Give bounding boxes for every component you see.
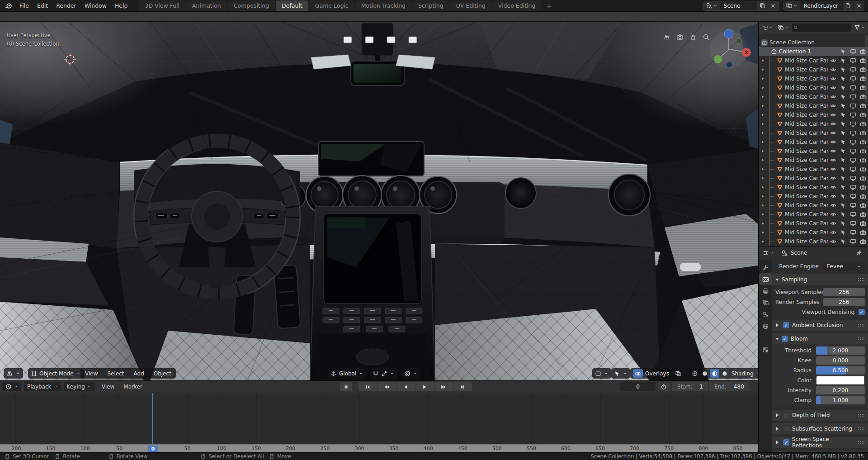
proportional-editing[interactable] xyxy=(401,368,420,379)
workspace-tab-game-logic[interactable]: Game Logic xyxy=(309,0,354,11)
hide-in-viewport-toggle[interactable] xyxy=(828,166,838,172)
add-workspace-button[interactable]: + xyxy=(542,0,556,11)
outliner-search-input[interactable] xyxy=(800,24,849,31)
camera-view-icon[interactable] xyxy=(676,33,684,41)
properties-tab-view-layer[interactable] xyxy=(759,297,772,308)
hide-in-viewport-toggle[interactable] xyxy=(828,112,838,118)
disable-in-renders-toggle[interactable] xyxy=(858,130,868,136)
panel-checkbox[interactable]: ✓ xyxy=(782,336,788,342)
view-layer-remove-button[interactable] xyxy=(853,1,864,10)
value-slider[interactable]: 2.000 xyxy=(816,346,865,355)
selectable-toggle[interactable] xyxy=(838,202,848,209)
hide-in-viewport-toggle[interactable] xyxy=(828,229,838,236)
hide-in-viewport-toggle[interactable] xyxy=(828,193,838,199)
outliner-row[interactable]: Mid Size Car Part.02 xyxy=(759,174,868,183)
properties-tab-world[interactable] xyxy=(759,320,772,332)
disable-in-renders-toggle[interactable] xyxy=(858,193,868,199)
workspace-tab-video-editing[interactable]: Video Editing xyxy=(492,0,542,11)
panel-checkbox[interactable]: ✓ xyxy=(783,322,789,328)
selectable-toggle[interactable] xyxy=(838,112,848,118)
hide-in-viewport-toggle[interactable] xyxy=(828,57,838,64)
selectable-toggle[interactable] xyxy=(838,238,848,245)
gizmo-dropdown[interactable] xyxy=(611,368,630,379)
hide-in-viewport-toggle[interactable] xyxy=(828,139,838,145)
outliner-row[interactable]: Mid Size Car Part.01 xyxy=(759,128,868,138)
disclosure-triangle-icon[interactable] xyxy=(762,231,765,234)
disable-in-viewports-toggle[interactable] xyxy=(848,193,858,199)
disclosure-triangle-icon[interactable] xyxy=(762,186,765,189)
panel-disclosure-icon[interactable] xyxy=(776,323,780,327)
jump-to-start-button[interactable] xyxy=(359,382,377,391)
timeline-menu-marker[interactable]: Marker xyxy=(119,382,146,391)
selectable-toggle[interactable] xyxy=(838,220,848,227)
selectable-toggle[interactable] xyxy=(838,157,848,163)
disclosure-triangle-icon[interactable] xyxy=(762,59,765,62)
disable-in-viewports-toggle[interactable] xyxy=(848,121,858,127)
disable-in-viewports-toggle[interactable] xyxy=(848,112,858,118)
hide-in-viewport-toggle[interactable] xyxy=(828,76,838,82)
outliner-editor-type-button[interactable] xyxy=(761,24,774,31)
current-frame-indicator[interactable]: 0 xyxy=(148,446,158,452)
scene-icon[interactable] xyxy=(704,1,720,10)
outliner-display-mode-button[interactable] xyxy=(776,24,790,31)
shading-material-preview-button[interactable] xyxy=(710,369,719,378)
outliner-search[interactable] xyxy=(792,24,851,32)
overlays-toggle[interactable] xyxy=(633,369,643,378)
viewport-menu-object[interactable]: Object xyxy=(150,370,175,377)
keying-menu[interactable]: Keying xyxy=(64,382,94,391)
selectable-toggle[interactable] xyxy=(838,184,848,190)
panel-header-ambient-occlusion[interactable]: ✓Ambient Occlusion xyxy=(772,320,868,331)
outliner-row[interactable]: Collection 1 xyxy=(759,47,868,56)
selectable-toggle[interactable] xyxy=(838,57,848,64)
disclosure-triangle-icon[interactable] xyxy=(762,141,765,143)
disclosure-triangle-icon[interactable] xyxy=(762,213,765,216)
playhead-line[interactable] xyxy=(152,393,153,444)
play-reverse-button[interactable] xyxy=(396,382,415,391)
hide-in-viewport-toggle[interactable] xyxy=(828,184,838,190)
disclosure-triangle-icon[interactable] xyxy=(762,132,765,134)
mode-selector[interactable]: Object Mode xyxy=(28,368,84,379)
shading-label[interactable]: Shading xyxy=(731,370,754,377)
zoom-icon[interactable] xyxy=(702,33,710,41)
viewport-denoising-checkbox[interactable]: ✓ xyxy=(859,309,865,315)
selectable-toggle[interactable] xyxy=(838,148,848,154)
outliner-row[interactable]: Scene Collection xyxy=(759,38,868,47)
selectable-toggle[interactable] xyxy=(838,121,848,127)
disable-in-renders-toggle[interactable] xyxy=(858,148,868,154)
menubar-item-window[interactable]: Window xyxy=(80,0,111,11)
color-swatch[interactable] xyxy=(816,376,865,385)
properties-editor-type-button[interactable] xyxy=(761,250,775,256)
value-slider[interactable]: 6.500 xyxy=(816,366,865,375)
scene-unlink-button[interactable] xyxy=(768,1,778,10)
jump-to-end-button[interactable] xyxy=(453,382,472,391)
disclosure-triangle-icon[interactable] xyxy=(762,222,765,225)
panel-disclosure-icon[interactable] xyxy=(776,413,780,417)
timeline-ruler[interactable]: -200-150-100-500501001502002503003504004… xyxy=(0,444,758,453)
scene-name[interactable]: Scene xyxy=(720,3,757,9)
disable-in-viewports-toggle[interactable] xyxy=(848,211,858,218)
disclosure-triangle-icon[interactable] xyxy=(762,123,765,125)
disclosure-triangle-icon[interactable] xyxy=(762,77,765,80)
render-engine-dropdown[interactable]: Eevee xyxy=(823,262,865,271)
outliner-row[interactable]: Mid Size Car Part.00 xyxy=(759,65,868,74)
visibility-dropdown[interactable] xyxy=(592,368,611,379)
outliner-row[interactable]: Mid Size Car Part.01 xyxy=(759,110,868,119)
properties-tab-output[interactable] xyxy=(759,285,772,297)
outliner-row[interactable]: Mid Size Car Part.02 xyxy=(759,156,868,165)
hide-in-viewport-toggle[interactable] xyxy=(828,103,838,109)
workspace-tab-default[interactable]: Default xyxy=(276,0,308,11)
disable-in-renders-toggle[interactable] xyxy=(858,112,868,118)
disclosure-triangle-icon[interactable] xyxy=(762,168,765,171)
outliner-row[interactable]: Mid Size Car Part.03 xyxy=(759,210,868,219)
scene-selector[interactable]: Scene xyxy=(703,1,779,11)
panel-checkbox[interactable]: ✓ xyxy=(783,439,789,446)
selectable-toggle[interactable] xyxy=(838,66,848,73)
disable-in-renders-toggle[interactable] xyxy=(858,166,868,172)
outliner-row[interactable]: Mid Size Car Part.01 xyxy=(759,101,868,110)
snapping-controls[interactable] xyxy=(370,368,397,379)
disable-in-viewports-toggle[interactable] xyxy=(848,202,858,209)
disable-in-viewports-toggle[interactable] xyxy=(848,157,858,163)
disable-in-viewports-toggle[interactable] xyxy=(848,66,858,73)
timeline-editor-type-button[interactable] xyxy=(2,382,21,391)
viewport-menu-view[interactable]: View xyxy=(81,370,101,377)
